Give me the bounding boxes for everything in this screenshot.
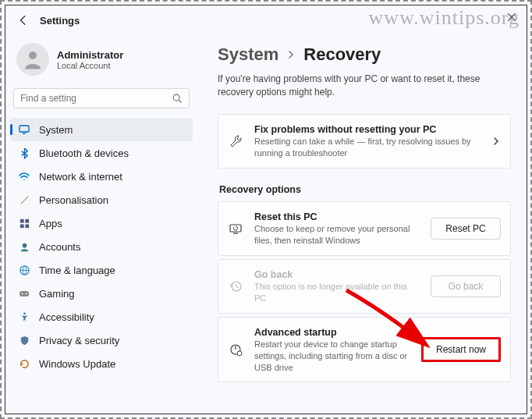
brush-icon <box>18 194 30 206</box>
page-description: If you're having problems with your PC o… <box>218 73 506 100</box>
close-icon <box>506 12 517 23</box>
nav-label: System <box>39 124 73 136</box>
system-icon <box>18 123 30 136</box>
nav-label: Time & language <box>39 265 115 276</box>
svg-point-11 <box>26 293 27 295</box>
nav-apps[interactable]: Apps <box>10 211 193 235</box>
history-icon <box>228 279 243 294</box>
breadcrumb: System Recovery <box>218 44 511 65</box>
profile-sub: Local Account <box>57 61 123 70</box>
nav-system[interactable]: System <box>10 118 193 141</box>
chevron-right-icon <box>491 137 501 146</box>
reset-pc-button[interactable]: Reset PC <box>431 218 501 240</box>
card-desc: Restart your device to change startup se… <box>254 339 410 374</box>
breadcrumb-current: Recovery <box>303 44 381 65</box>
nav-label: Privacy & security <box>39 335 119 346</box>
advanced-startup-card: Advanced startup Restart your device to … <box>218 317 511 383</box>
nav-label: Windows Update <box>39 358 115 370</box>
nav-label: Apps <box>39 218 62 229</box>
card-title: Reset this PC <box>254 211 420 223</box>
restart-now-button[interactable]: Restart now <box>421 337 501 362</box>
person-icon <box>21 48 44 71</box>
svg-point-7 <box>22 243 27 247</box>
svg-rect-5 <box>20 224 23 228</box>
close-button[interactable] <box>506 12 519 24</box>
header-title: Settings <box>40 15 80 27</box>
svg-point-16 <box>237 351 242 356</box>
chevron-right-icon <box>286 50 296 59</box>
card-title: Advanced startup <box>254 326 410 339</box>
nav-label: Personalisation <box>39 194 108 206</box>
reset-pc-card: Reset this PC Choose to keep or remove y… <box>218 201 511 256</box>
shield-icon <box>18 334 30 346</box>
update-icon <box>18 357 30 370</box>
card-desc: Resetting can take a while — first, try … <box>254 136 481 159</box>
search-input[interactable] <box>20 93 172 104</box>
nav-label: Gaming <box>39 288 75 300</box>
back-button[interactable] <box>16 13 30 27</box>
breadcrumb-parent[interactable]: System <box>218 44 278 65</box>
gaming-icon <box>18 287 30 300</box>
nav-network[interactable]: Network & internet <box>10 165 193 188</box>
svg-rect-9 <box>20 291 29 296</box>
arrow-left-icon <box>18 15 29 26</box>
nav-label: Accessibility <box>39 311 94 323</box>
avatar <box>16 43 49 76</box>
bluetooth-icon <box>18 147 30 159</box>
fix-problems-card[interactable]: Fix problems without resetting your PC R… <box>218 114 511 169</box>
nav-label: Bluetooth & devices <box>39 147 129 159</box>
svg-rect-3 <box>20 218 23 222</box>
nav-privacy[interactable]: Privacy & security <box>10 328 193 352</box>
accessibility-icon <box>18 311 30 323</box>
svg-rect-4 <box>25 218 29 222</box>
svg-rect-13 <box>230 225 241 232</box>
nav-personalisation[interactable]: Personalisation <box>10 188 193 211</box>
svg-rect-6 <box>25 224 29 228</box>
nav-label: Network & internet <box>39 171 122 183</box>
globe-icon <box>18 264 30 276</box>
svg-point-10 <box>22 293 23 295</box>
nav-time[interactable]: Time & language <box>10 258 193 282</box>
go-back-card: Go back This option is no longer availab… <box>218 259 511 314</box>
svg-point-1 <box>173 94 179 101</box>
profile-block[interactable]: Administrator Local Account <box>10 34 193 87</box>
accounts-icon <box>18 240 30 253</box>
go-back-button: Go back <box>431 275 501 297</box>
svg-point-0 <box>29 51 37 59</box>
power-gear-icon <box>228 342 243 357</box>
search-field[interactable] <box>13 88 190 108</box>
apps-icon <box>18 217 30 229</box>
nav-accessibility[interactable]: Accessibility <box>10 305 193 328</box>
search-icon <box>172 93 183 104</box>
wifi-icon <box>18 170 30 183</box>
nav-accounts[interactable]: Accounts <box>10 235 193 258</box>
svg-rect-2 <box>20 126 29 132</box>
card-desc: This option is no longer available on th… <box>254 281 420 304</box>
card-desc: Choose to keep or remove your personal f… <box>254 223 420 247</box>
reset-icon <box>228 221 243 236</box>
wrench-icon <box>228 133 243 149</box>
nav-bluetooth[interactable]: Bluetooth & devices <box>10 141 193 165</box>
nav-label: Accounts <box>39 241 80 253</box>
nav-update[interactable]: Windows Update <box>10 352 193 375</box>
nav-gaming[interactable]: Gaming <box>10 282 193 305</box>
recovery-heading: Recovery options <box>219 184 511 195</box>
profile-name: Administrator <box>57 49 123 61</box>
card-title: Go back <box>254 268 420 281</box>
card-title: Fix problems without resetting your PC <box>254 123 481 136</box>
svg-point-12 <box>23 312 26 314</box>
